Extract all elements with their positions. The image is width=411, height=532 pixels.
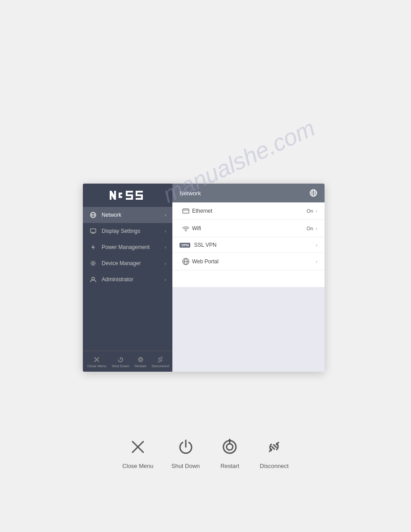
chevron-right-icon5: ›: [165, 277, 166, 282]
vpn-label: SSL VPN: [194, 242, 316, 248]
sidebar-item-network[interactable]: Network ›: [83, 207, 172, 223]
vpn-chevron-icon: ›: [316, 242, 317, 248]
wifi-icon: [180, 224, 192, 232]
webportal-chevron-icon: ›: [316, 259, 317, 264]
svg-rect-28: [183, 209, 189, 213]
sidebar-items: Network › Display Settings ›: [83, 207, 172, 351]
sidebar-item-device-label: Device Manager: [102, 260, 160, 266]
shut-down-icon-large: [174, 435, 198, 459]
restart-icon-small: [137, 356, 144, 363]
sidebar-item-network-label: Network: [102, 212, 160, 218]
wifi-chevron-icon: ›: [316, 226, 317, 231]
power-icon-small: [117, 356, 124, 363]
wifi-status: On: [307, 226, 313, 231]
svg-rect-9: [90, 229, 96, 232]
webportal-label: Web Portal: [192, 258, 316, 265]
network-item-ethernet[interactable]: Ethernet On ›: [172, 202, 325, 220]
link-icon-small: [157, 356, 163, 363]
monitor-icon: [89, 228, 97, 234]
restart-text-large: Restart: [220, 463, 239, 469]
disconnect-icon-large: [262, 435, 286, 459]
close-menu-text-large: Close Menu: [122, 463, 153, 469]
wifi-label: Wifi: [192, 225, 307, 232]
close-menu-button[interactable]: Close Menu: [85, 355, 109, 370]
sidebar-toolbar: Close Menu Shut Down: [83, 351, 172, 372]
chevron-right-icon: ›: [165, 213, 166, 218]
network-item-webportal[interactable]: Web Portal ›: [172, 253, 325, 270]
svg-point-41: [227, 444, 233, 450]
main-content: Network: [172, 184, 325, 372]
ui-window: Network › Display Settings ›: [83, 184, 325, 372]
sidebar-item-display[interactable]: Display Settings ›: [83, 223, 172, 239]
chevron-right-icon3: ›: [165, 245, 166, 250]
network-item-vpn[interactable]: VPN SSL VPN ›: [172, 237, 325, 253]
shut-down-button-small[interactable]: Shut Down: [109, 355, 132, 370]
svg-point-14: [92, 262, 94, 265]
ethernet-icon: [180, 207, 192, 215]
restart-button-large[interactable]: Restart: [218, 435, 242, 469]
shut-down-label-small: Shut Down: [112, 364, 129, 368]
chevron-right-icon4: ›: [165, 261, 166, 266]
restart-button-small[interactable]: Restart: [132, 355, 149, 370]
svg-point-15: [92, 277, 94, 280]
ethernet-chevron-icon: ›: [316, 208, 317, 214]
disconnect-label-small: Disconnect: [152, 364, 170, 368]
svg-point-33: [185, 231, 186, 232]
x-icon: [94, 356, 100, 363]
close-menu-label: Close Menu: [87, 364, 107, 368]
content-header: Network: [172, 184, 325, 202]
ethernet-status: On: [307, 208, 313, 214]
disconnect-button-small[interactable]: Disconnect: [149, 355, 172, 370]
bottom-toolbar: Close Menu Shut Down Restart: [116, 435, 295, 469]
sidebar-item-power[interactable]: Power Management ›: [83, 239, 172, 255]
shut-down-text-large: Shut Down: [171, 463, 200, 469]
content-header-title: Network: [180, 190, 201, 197]
restart-icon-large: [218, 435, 242, 459]
network-list: Ethernet On › Wifi On ›: [172, 202, 325, 287]
chevron-right-icon2: ›: [165, 229, 166, 234]
webportal-globe-icon: [180, 257, 192, 266]
globe-icon: [89, 212, 97, 218]
close-menu-button-large[interactable]: Close Menu: [122, 435, 153, 469]
svg-marker-43: [228, 439, 231, 441]
vpn-badge: VPN: [180, 243, 190, 248]
restart-label-small: Restart: [135, 364, 146, 368]
content-empty-area: [172, 287, 325, 372]
disconnect-button-large[interactable]: Disconnect: [260, 435, 288, 469]
user-icon: [89, 276, 97, 283]
sidebar-item-device[interactable]: Device Manager ›: [83, 255, 172, 271]
globe-header-icon: [309, 189, 317, 197]
sidebar-item-admin[interactable]: Administrator ›: [83, 271, 172, 287]
svg-marker-13: [91, 245, 95, 250]
svg-rect-2: [114, 191, 116, 200]
svg-point-21: [139, 359, 141, 361]
gear-icon: [89, 260, 97, 266]
sidebar-logo: [83, 184, 172, 207]
sidebar: Network › Display Settings ›: [83, 184, 172, 372]
network-item-wifi[interactable]: Wifi On ›: [172, 220, 325, 237]
close-menu-icon-large: [126, 435, 150, 459]
shut-down-button-large[interactable]: Shut Down: [171, 435, 200, 469]
ngs-logo-icon: [110, 189, 146, 202]
sidebar-item-display-label: Display Settings: [102, 228, 160, 234]
sidebar-item-admin-label: Administrator: [102, 276, 160, 283]
lightning-icon: [89, 244, 97, 250]
ethernet-label: Ethernet: [192, 208, 307, 214]
svg-rect-5: [119, 193, 120, 198]
disconnect-text-large: Disconnect: [260, 463, 288, 469]
sidebar-item-power-label: Power Management: [102, 244, 160, 250]
